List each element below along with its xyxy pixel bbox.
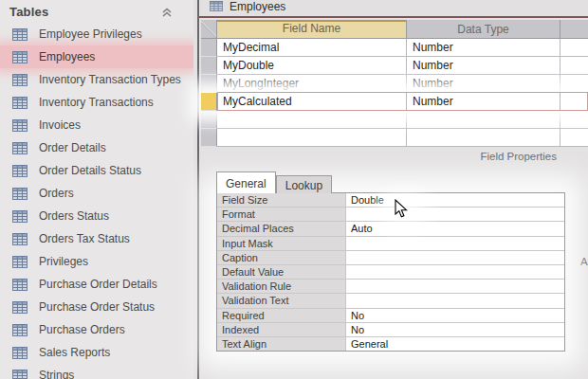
table-item-label: Inventory Transaction Types (39, 73, 181, 86)
grid-corner-cell (201, 20, 217, 39)
field-properties-label: Field Properties (199, 151, 557, 162)
field-name-cell[interactable]: MyCalculated (217, 93, 407, 111)
property-value[interactable] (346, 265, 564, 279)
property-name: Validation Text (217, 294, 346, 307)
property-value[interactable]: Double (346, 193, 564, 207)
property-row: Validation Rule (217, 280, 564, 294)
property-name: Decimal Places (217, 222, 346, 235)
column-header-data-type: Data Type (407, 20, 560, 39)
row-selector[interactable] (201, 93, 217, 111)
table-item-label: Order Details (39, 141, 106, 154)
column-header-field-name: Field Name (217, 20, 407, 39)
navigation-pane: Tables Employee Privileges Employees In (0, 0, 193, 379)
sidebar-table-item[interactable]: Strings (0, 364, 193, 379)
table-icon (12, 97, 28, 109)
property-value[interactable]: General (346, 337, 564, 351)
data-type-cell[interactable]: Number (407, 93, 560, 111)
sidebar-table-item[interactable]: Order Details (0, 136, 193, 159)
field-name-cell[interactable] (217, 111, 407, 129)
property-sheet: Field Size Double Format Decimal Places … (216, 192, 565, 352)
property-value[interactable]: No (346, 309, 564, 322)
table-item-label: Purchase Orders (39, 323, 125, 336)
description-cell-clipped[interactable] (560, 93, 588, 111)
sidebar-table-item[interactable]: Employee Privileges (0, 23, 193, 45)
property-value[interactable]: No (346, 323, 564, 336)
row-selector[interactable] (201, 39, 217, 57)
data-type-cell[interactable]: Number (407, 39, 560, 57)
chevron-double-up-icon[interactable] (161, 7, 173, 18)
field-name-cell[interactable]: MyDecimal (217, 39, 407, 57)
table-item-label: Purchase Order Details (39, 278, 157, 291)
description-cell-clipped[interactable] (560, 75, 588, 93)
table-item-label: Orders Status (39, 209, 109, 223)
field-name-cell[interactable]: MyDouble (217, 57, 407, 75)
row-selector[interactable] (201, 111, 217, 129)
sidebar-table-item[interactable]: Purchase Order Details (0, 273, 193, 296)
sidebar-table-item[interactable]: Inventory Transaction Types (0, 68, 193, 91)
sidebar-table-item[interactable]: Order Details Status (0, 159, 193, 182)
property-value[interactable]: Auto (346, 222, 564, 235)
table-item-label: Privileges (39, 255, 88, 268)
property-value[interactable] (346, 251, 564, 264)
tab-employees[interactable]: Employees (199, 0, 299, 16)
description-cell-clipped[interactable] (560, 111, 588, 129)
table-item-label: Strings (39, 369, 74, 379)
table-design-grid: Field Name Data Type MyDecimal Number My… (201, 20, 588, 147)
document-area: Employees Field Name Data Type MyDecimal… (199, 0, 588, 379)
property-value[interactable] (346, 294, 564, 307)
row-selector[interactable] (201, 57, 217, 75)
row-selector[interactable] (201, 75, 217, 93)
table-icon (12, 142, 28, 154)
property-row: Indexed No (217, 323, 564, 337)
nav-group-title: Tables (9, 5, 48, 19)
design-grid-rows: MyDecimal Number MyDouble Number MyLongI… (201, 39, 588, 147)
row-selector[interactable] (201, 129, 217, 147)
table-item-label: Orders (39, 187, 74, 200)
data-type-cell[interactable] (407, 111, 560, 129)
table-item-label: Employees (39, 50, 95, 63)
column-header-clipped (560, 20, 588, 39)
sidebar-table-item[interactable]: Orders (0, 182, 193, 205)
data-type-cell[interactable]: Number (407, 57, 560, 75)
property-value[interactable] (346, 237, 564, 250)
table-item-label: Inventory Transactions (39, 96, 154, 109)
sidebar-table-item[interactable]: Invoices (0, 114, 193, 136)
table-item-label: Purchase Order Status (39, 300, 155, 314)
property-row: Default Value (217, 265, 564, 280)
sidebar-table-item[interactable]: Employees (0, 45, 193, 68)
data-type-cell[interactable] (407, 129, 560, 147)
field-name-cell[interactable] (217, 129, 407, 147)
sidebar-table-item[interactable]: Orders Status (0, 205, 193, 227)
property-tab[interactable]: Lookup (276, 175, 332, 193)
property-row: Input Mask (217, 237, 564, 251)
sidebar-table-item[interactable]: Privileges (0, 250, 193, 273)
table-icon (12, 256, 28, 268)
property-row: Text Align General (217, 337, 564, 351)
property-name: Indexed (217, 323, 346, 336)
field-row: MyLongInteger Number (201, 75, 588, 93)
table-icon (210, 1, 223, 11)
table-list: Employee Privileges Employees Inventory … (0, 23, 193, 379)
property-value[interactable] (346, 208, 564, 221)
field-name-cell[interactable]: MyLongInteger (217, 75, 407, 93)
field-row (201, 129, 588, 147)
tab-label: Employees (230, 0, 285, 13)
property-name: Required (217, 309, 346, 322)
sidebar-table-item[interactable]: Purchase Orders (0, 318, 193, 341)
field-row: MyCalculated Number (201, 93, 588, 111)
sidebar-table-item[interactable]: Inventory Transactions (0, 91, 193, 114)
sidebar-table-item[interactable]: Sales Reports (0, 341, 193, 364)
description-cell-clipped[interactable] (560, 57, 588, 75)
sidebar-table-item[interactable]: Purchase Order Status (0, 296, 193, 318)
property-tab[interactable]: General (216, 171, 276, 193)
property-name: Input Mask (217, 237, 346, 250)
property-value[interactable] (346, 280, 564, 293)
design-grid-header: Field Name Data Type (201, 20, 588, 39)
sidebar-table-item[interactable]: Orders Tax Status (0, 227, 193, 250)
table-item-label: Invoices (39, 118, 81, 132)
table-icon (12, 165, 28, 177)
description-cell-clipped[interactable] (560, 39, 588, 57)
data-type-cell[interactable]: Number (407, 75, 560, 93)
table-icon (12, 233, 28, 245)
description-cell-clipped[interactable] (560, 129, 588, 147)
